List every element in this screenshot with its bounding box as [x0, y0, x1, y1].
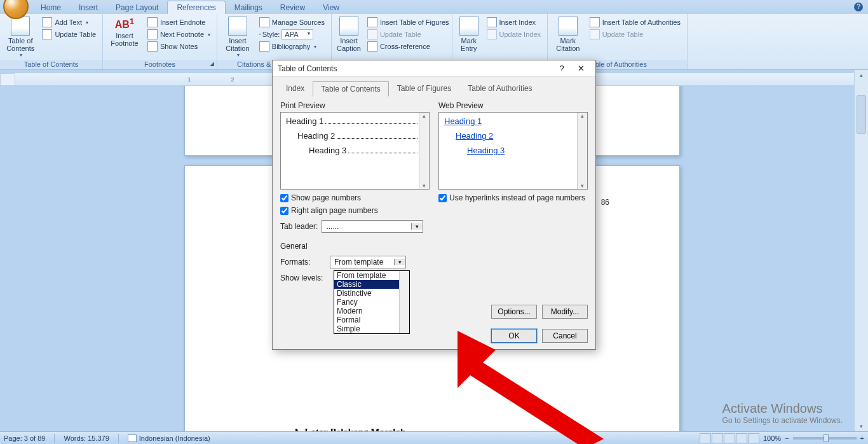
- toc-icon: [11, 17, 30, 36]
- ok-button[interactable]: OK: [491, 329, 537, 343]
- dialog-title: Table of Contents: [278, 64, 552, 73]
- cancel-button[interactable]: Cancel: [542, 329, 588, 343]
- update-authorities-button[interactable]: Update Table: [587, 29, 683, 40]
- formats-combo[interactable]: From template▾: [330, 256, 406, 268]
- ruler-mark: 2: [230, 76, 235, 83]
- dialog-tabs: Index Table of Contents Table of Figures…: [273, 77, 595, 96]
- insert-endnote-button[interactable]: Insert Endnote: [145, 17, 213, 28]
- formats-option[interactable]: Distinctive: [334, 289, 409, 298]
- show-notes-button[interactable]: Show Notes: [145, 41, 213, 52]
- citation-style-row: Style: APA▾: [257, 29, 327, 40]
- dropdown-scrollbar[interactable]: [399, 271, 409, 333]
- view-print-layout[interactable]: [700, 433, 711, 443]
- formats-option[interactable]: Formal: [334, 316, 409, 324]
- zoom-percent[interactable]: 100%: [763, 434, 781, 442]
- dialog-tab-index[interactable]: Index: [278, 81, 313, 96]
- show-page-numbers-input[interactable]: [280, 194, 288, 202]
- formats-dropdown-list[interactable]: From template Classic Distinctive Fancy …: [334, 270, 410, 334]
- preview-scrollbar[interactable]: [419, 113, 429, 189]
- tab-review[interactable]: Review: [271, 1, 314, 14]
- update-index-button[interactable]: Update Index: [484, 29, 543, 40]
- wp-link[interactable]: Heading 1: [444, 116, 582, 126]
- update-captions-button[interactable]: Update Table: [365, 29, 452, 40]
- modify-button[interactable]: Modify...: [542, 305, 588, 319]
- right-align-input[interactable]: [280, 207, 288, 215]
- update-toc-button[interactable]: Update Table: [39, 29, 98, 40]
- dialog-tab-authorities[interactable]: Table of Authorities: [459, 81, 540, 96]
- dialog-close-button[interactable]: ✕: [571, 64, 590, 73]
- web-preview-label: Web Preview: [438, 101, 588, 110]
- tab-mailings[interactable]: Mailings: [226, 1, 271, 14]
- view-draft[interactable]: [748, 433, 759, 443]
- wp-link[interactable]: Heading 2: [444, 131, 582, 141]
- ribbon-tabs: Home Insert Page Layout References Maili…: [0, 0, 868, 14]
- status-language[interactable]: Indonesian (Indonesia): [128, 434, 210, 442]
- dialog-titlebar[interactable]: Table of Contents ? ✕: [273, 60, 595, 77]
- insert-citation-label: Insert Citation: [222, 37, 253, 52]
- help-icon[interactable]: ?: [854, 3, 863, 11]
- zoom-in-button[interactable]: +: [860, 434, 864, 442]
- tab-insert[interactable]: Insert: [70, 1, 107, 14]
- view-full-screen[interactable]: [712, 433, 723, 443]
- tab-references[interactable]: References: [167, 1, 225, 14]
- table-figures-icon: [367, 17, 377, 27]
- use-hyperlinks-input[interactable]: [438, 194, 447, 202]
- toc-label: Table of Contents: [5, 37, 36, 52]
- scroll-thumb[interactable]: [857, 95, 866, 134]
- dialog-tab-figures[interactable]: Table of Figures: [389, 81, 459, 96]
- update-captions-icon: [367, 29, 377, 39]
- tab-view[interactable]: View: [314, 1, 348, 14]
- formats-option[interactable]: From template: [334, 271, 409, 280]
- ruler-corner: [0, 73, 15, 86]
- chevron-down-icon: ▾: [411, 223, 423, 230]
- general-label: General: [280, 242, 588, 251]
- formats-option[interactable]: Classic: [334, 280, 409, 289]
- dialog-tab-toc[interactable]: Table of Contents: [313, 81, 388, 97]
- status-words[interactable]: Words: 15.379: [64, 434, 109, 442]
- add-text-button[interactable]: Add Text: [39, 17, 98, 28]
- footnotes-dialog-launcher[interactable]: ◢: [208, 60, 215, 68]
- scroll-down-arrow[interactable]: ▾: [855, 421, 868, 431]
- insert-table-figures-button[interactable]: Insert Table of Figures: [365, 17, 452, 28]
- status-page[interactable]: Page: 3 of 89: [4, 434, 45, 442]
- use-hyperlinks-label: Use hyperlinks instead of page numbers: [449, 193, 585, 202]
- chevron-down-icon: ▾: [394, 259, 405, 265]
- show-page-numbers-checkbox[interactable]: Show page numbers: [280, 193, 430, 202]
- show-notes-icon: [147, 41, 158, 52]
- formats-option[interactable]: Simple: [334, 324, 409, 333]
- update-authorities-icon: [590, 29, 600, 39]
- scroll-up-arrow[interactable]: ▴: [855, 70, 868, 80]
- tab-home[interactable]: Home: [32, 1, 70, 14]
- use-hyperlinks-checkbox[interactable]: Use hyperlinks instead of page numbers: [438, 193, 588, 202]
- footnote-icon: AB1: [115, 17, 135, 31]
- update-captions-label: Update Table: [380, 31, 421, 38]
- vertical-scrollbar[interactable]: ▴ ▾: [854, 70, 868, 431]
- zoom-slider[interactable]: [793, 437, 857, 440]
- view-outline[interactable]: [736, 433, 747, 443]
- tab-page-layout[interactable]: Page Layout: [107, 1, 167, 14]
- toc-dialog: Table of Contents ? ✕ Index Table of Con…: [272, 60, 596, 350]
- options-button[interactable]: Options...: [491, 305, 537, 319]
- insert-authorities-icon: [590, 17, 600, 27]
- next-footnote-button[interactable]: Next Footnote: [145, 29, 213, 40]
- print-preview-label: Print Preview: [280, 101, 430, 110]
- cross-reference-button[interactable]: Cross-reference: [365, 41, 452, 52]
- citation-style-combo[interactable]: APA▾: [281, 29, 313, 39]
- pp-heading: Heading 2: [297, 131, 335, 141]
- insert-authorities-button[interactable]: Insert Table of Authorities: [587, 17, 683, 28]
- manage-sources-icon: [259, 17, 269, 27]
- view-web-layout[interactable]: [724, 433, 735, 443]
- zoom-knob[interactable]: [824, 434, 829, 442]
- preview-scrollbar[interactable]: [577, 113, 587, 189]
- wp-link[interactable]: Heading 3: [444, 146, 582, 155]
- bibliography-button[interactable]: Bibliography: [257, 41, 327, 52]
- tab-leader-combo[interactable]: ......▾: [322, 220, 423, 233]
- formats-option[interactable]: Fancy: [334, 298, 409, 307]
- dialog-help-button[interactable]: ?: [552, 64, 571, 73]
- right-align-checkbox[interactable]: Right align page numbers: [280, 206, 430, 215]
- formats-option[interactable]: Modern: [334, 307, 409, 316]
- web-preview-box: Heading 1 Heading 2 Heading 3: [438, 112, 588, 190]
- manage-sources-button[interactable]: Manage Sources: [257, 17, 327, 28]
- zoom-out-button[interactable]: −: [785, 434, 789, 442]
- insert-index-button[interactable]: Insert Index: [484, 17, 543, 28]
